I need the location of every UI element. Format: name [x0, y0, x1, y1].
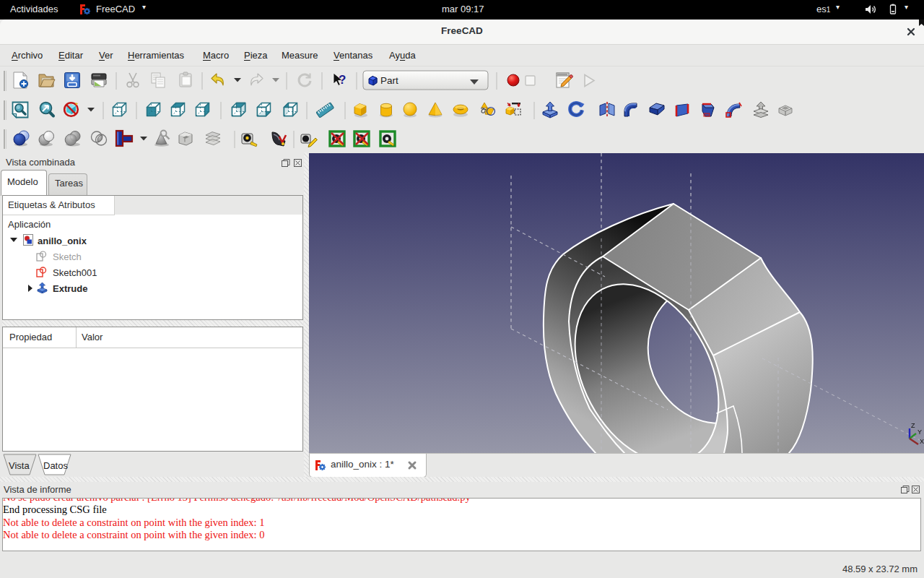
svg-text:Z: Z	[911, 422, 915, 429]
svg-text:Y: Y	[918, 428, 922, 436]
svg-text:?: ?	[339, 73, 346, 87]
svg-text:Datos: Datos	[43, 460, 68, 471]
svg-text:Part: Part	[380, 75, 398, 86]
svg-text:Vista: Vista	[9, 460, 30, 471]
svg-text:X: X	[920, 438, 924, 445]
